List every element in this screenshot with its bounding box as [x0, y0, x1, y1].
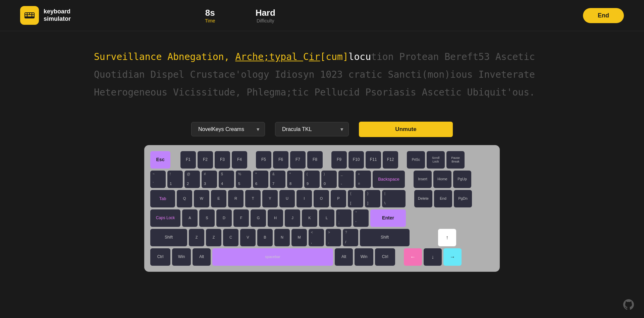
typed-cir: C: [303, 51, 309, 62]
key-s[interactable]: S: [199, 209, 215, 227]
unmute-button[interactable]: Unmute: [359, 122, 453, 137]
number-row: ~ ` ! 1 @ 2 # 3 $ 4: [150, 171, 494, 188]
key-2[interactable]: @ 2: [184, 171, 200, 188]
key-minus[interactable]: _ -: [338, 171, 354, 188]
fn-row: Esc F1 F2 F3 F4 F5 F6 F7 F8 F9 F10 F11 F…: [150, 151, 494, 169]
key-n[interactable]: N: [274, 229, 290, 246]
key-l[interactable]: L: [319, 209, 334, 227]
key-esc[interactable]: Esc: [150, 151, 170, 169]
key-f4[interactable]: F4: [232, 151, 247, 169]
switch-select[interactable]: NovelKeys Creams Cherry MX Red Gateron Y…: [191, 122, 265, 136]
key-9[interactable]: ( 9: [304, 171, 320, 188]
key-backspace[interactable]: Backspace: [373, 171, 405, 188]
key-w[interactable]: W: [194, 190, 209, 207]
key-slash[interactable]: ? /: [343, 229, 358, 246]
key-pgup[interactable]: PgUp: [453, 171, 471, 188]
key-arrow-down[interactable]: ↓: [424, 248, 442, 266]
key-h[interactable]: H: [268, 209, 283, 227]
key-rbracket[interactable]: } ]: [365, 190, 380, 207]
key-7[interactable]: & 7: [270, 171, 285, 188]
key-f5[interactable]: F5: [256, 151, 271, 169]
key-arrow-up[interactable]: ↑: [438, 229, 456, 246]
key-f[interactable]: F: [233, 209, 249, 227]
key-equals[interactable]: + =: [356, 171, 371, 188]
key-k[interactable]: K: [302, 209, 317, 227]
key-scroll-lock[interactable]: ScrollLock: [427, 151, 445, 169]
key-i[interactable]: I: [297, 190, 312, 207]
difficulty-stat: Hard Difficulty: [256, 8, 275, 23]
key-j[interactable]: J: [285, 209, 300, 227]
end-button[interactable]: End: [583, 8, 624, 23]
key-5[interactable]: % 5: [236, 171, 251, 188]
key-end[interactable]: End: [434, 190, 452, 207]
key-p[interactable]: P: [331, 190, 346, 207]
difficulty-label: Difficulty: [257, 18, 274, 23]
key-quote[interactable]: " ': [353, 209, 369, 227]
key-f3[interactable]: F3: [215, 151, 230, 169]
key-shift-right[interactable]: Shift: [360, 229, 410, 246]
key-f9[interactable]: F9: [331, 151, 347, 169]
key-4[interactable]: $ 4: [219, 171, 234, 188]
svg-rect-6: [28, 15, 32, 16]
key-semicolon[interactable]: : ;: [336, 209, 352, 227]
key-1[interactable]: ! 1: [167, 171, 183, 188]
key-ctrl-left[interactable]: Ctrl: [150, 248, 170, 266]
key-alt-left[interactable]: Alt: [193, 248, 211, 266]
key-x[interactable]: Z: [206, 229, 221, 246]
key-r[interactable]: R: [228, 190, 244, 207]
key-win-left[interactable]: Win: [172, 248, 191, 266]
key-f6[interactable]: F6: [273, 151, 288, 169]
key-b[interactable]: B: [257, 229, 273, 246]
key-z[interactable]: Z: [189, 229, 204, 246]
key-v[interactable]: V: [240, 229, 256, 246]
key-alt-right[interactable]: Alt: [335, 248, 353, 266]
key-8[interactable]: * 8: [287, 171, 303, 188]
key-comma[interactable]: < ,: [309, 229, 324, 246]
line2: Quotidian Dispel Crustace'ology Idiosyn …: [94, 69, 535, 80]
key-ctrl-right[interactable]: Ctrl: [375, 248, 395, 266]
key-period[interactable]: > .: [326, 229, 341, 246]
key-pipe[interactable]: | \: [382, 190, 406, 207]
key-g[interactable]: G: [251, 209, 266, 227]
key-q[interactable]: Q: [177, 190, 192, 207]
key-t[interactable]: T: [245, 190, 261, 207]
key-d[interactable]: D: [216, 209, 232, 227]
key-f2[interactable]: F2: [198, 151, 213, 169]
key-shift-left[interactable]: Shift: [150, 229, 187, 246]
key-o[interactable]: O: [314, 190, 329, 207]
key-enter[interactable]: Enter: [370, 209, 406, 227]
key-m[interactable]: M: [291, 229, 307, 246]
key-e[interactable]: E: [211, 190, 226, 207]
key-u[interactable]: U: [279, 190, 295, 207]
key-f7[interactable]: F7: [290, 151, 306, 169]
github-icon[interactable]: [623, 299, 634, 311]
key-3[interactable]: # 3: [202, 171, 217, 188]
time-value: 8s: [205, 8, 215, 18]
key-f12[interactable]: F12: [383, 151, 398, 169]
key-f1[interactable]: F1: [180, 151, 196, 169]
key-tab[interactable]: Tab: [150, 190, 175, 207]
key-spacebar[interactable]: spacebar: [212, 248, 333, 266]
key-insert[interactable]: Insert: [414, 171, 432, 188]
key-delete[interactable]: Delete: [414, 190, 432, 207]
key-pause-break[interactable]: PauseBreak: [446, 151, 465, 169]
key-win-right[interactable]: Win: [355, 248, 373, 266]
key-y[interactable]: Y: [262, 190, 278, 207]
layout-select[interactable]: Dracula TKL Default Tokyo Night: [275, 122, 349, 136]
key-c[interactable]: C: [223, 229, 238, 246]
key-6[interactable]: ^ 6: [253, 171, 268, 188]
key-tilde[interactable]: ~ `: [150, 171, 166, 188]
typed-surveillance: Surveillance: [94, 51, 167, 62]
key-home[interactable]: Home: [433, 171, 451, 188]
key-a[interactable]: A: [182, 209, 198, 227]
key-f10[interactable]: F10: [348, 151, 364, 169]
key-arrow-right[interactable]: →: [443, 248, 462, 266]
key-prtsc[interactable]: PrtSc: [407, 151, 425, 169]
key-f11[interactable]: F11: [366, 151, 381, 169]
key-pgdn[interactable]: PgDn: [454, 190, 472, 207]
key-0[interactable]: ) 0: [321, 171, 337, 188]
key-caps-lock[interactable]: Caps Lock: [150, 209, 180, 227]
key-arrow-left[interactable]: ←: [404, 248, 422, 266]
key-f8[interactable]: F8: [307, 151, 323, 169]
key-lbracket[interactable]: { [: [348, 190, 363, 207]
